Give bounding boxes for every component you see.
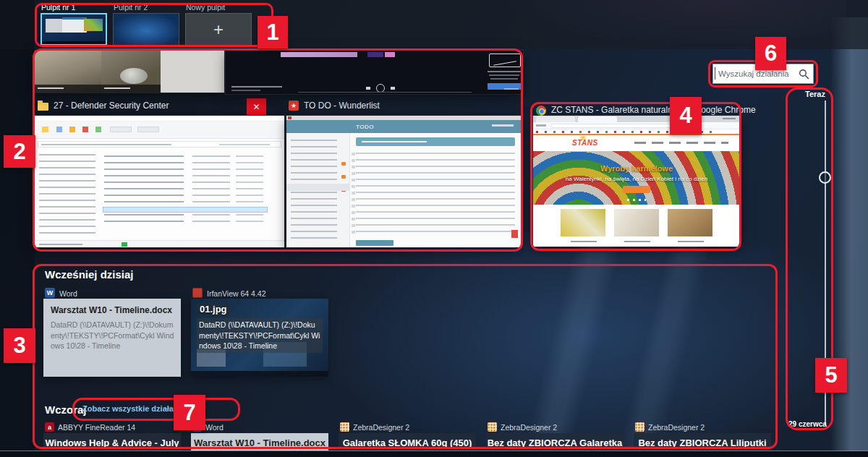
annotation-label-3: 3: [4, 328, 35, 363]
product-caption: [624, 241, 650, 242]
mini-nav-pane: [39, 152, 95, 239]
wunderlist-window-thumbnail[interactable]: TODO: [286, 116, 521, 247]
card-title: Galaretka SŁOMKA 60g (450): [339, 437, 476, 448]
activity-card[interactable]: Windows Help & Advice - July: [43, 433, 181, 450]
fake-text: [219, 144, 270, 145]
ribbon-chip: [56, 127, 62, 132]
mini-window-controls: [723, 118, 736, 119]
fake-text: [490, 78, 518, 80]
fake-text: [488, 71, 521, 72]
image-viewer-thumbnail[interactable]: [35, 51, 224, 93]
word-icon: W: [45, 288, 55, 298]
desktop-1-label: Pulpit nr 1: [41, 3, 75, 12]
fake-text: [489, 74, 519, 76]
mini-window: [62, 17, 87, 33]
wunderlist-list-title: TODO: [356, 124, 374, 130]
fake-text: [39, 244, 82, 245]
site-brand: STANS: [572, 139, 598, 147]
annotation-label-6: 6: [755, 37, 786, 70]
prev-icon: [366, 87, 370, 90]
media-app-thumbnail[interactable]: [226, 51, 523, 94]
timeline-slider-handle[interactable]: [819, 171, 831, 184]
explorer-window-title: 27 - Defender Security Center: [54, 101, 169, 111]
viewer-canvas: [161, 51, 224, 93]
site-header: STANS: [533, 135, 740, 151]
zebradesigner-icon: [635, 422, 644, 432]
hero-button: [623, 186, 650, 193]
desktop-2-thumbnail[interactable]: [113, 13, 179, 46]
mini-taskbar: [42, 41, 106, 44]
activity-card[interactable]: Galaretka SŁOMKA 60g (450): [339, 433, 476, 450]
mini-tabstrip: [533, 116, 740, 122]
fake-caption-text: [104, 87, 130, 89]
corner-icons: [504, 88, 519, 90]
card-title: Warsztat W10 - Timeline.docx: [51, 305, 175, 315]
left-edge-shade: [0, 0, 35, 457]
activity-card[interactable]: Warsztat W10 - Timeline.docx: [191, 433, 328, 450]
chrome-window-thumbnail[interactable]: STANS Wyroby karmelowe na Walentynki, na…: [533, 116, 740, 247]
carousel-dots: [627, 199, 646, 201]
panel-graphic-line: [493, 61, 516, 66]
rail-date-label: 29 czerwca: [788, 420, 823, 428]
purple-bar: [367, 52, 383, 57]
activity-card[interactable]: Bez daty ZBIORCZA Liliputki: [634, 433, 771, 450]
task-view-screen: Pulpit nr 1 Pulpit nr 2 Nowy pulpit + 27…: [0, 0, 868, 457]
search-icon[interactable]: [799, 69, 809, 80]
abbyy-icon: a: [45, 422, 54, 432]
product-caption: [678, 241, 704, 242]
app-label: ZebraDesigner 2: [501, 423, 557, 432]
app-label: ZebraDesigner 2: [648, 423, 705, 432]
close-window-button[interactable]: ✕: [247, 98, 266, 115]
annotation-label-5: 5: [815, 358, 847, 393]
mini-window: [84, 19, 103, 31]
card-title: Bez daty ZBIORCZA Liliputki: [634, 437, 771, 448]
mini-bookmarks-bar: [533, 129, 740, 135]
nav-arrows: [536, 124, 546, 127]
product-caption: [571, 241, 597, 242]
explorer-window-thumbnail[interactable]: [35, 116, 284, 247]
irfanview-app-label: IrfanView 64 4.42: [207, 289, 266, 298]
rail-now-label: Teraz: [799, 90, 831, 98]
ribbon-chip: [69, 127, 75, 132]
fake-text: [231, 86, 282, 87]
card-title: Windows Help & Advice - July: [43, 437, 181, 448]
products-strip: [533, 205, 740, 247]
activity-card-word[interactable]: Warsztat W10 - Timeline.docx DataRD (\\D…: [43, 299, 181, 377]
fake-caption-text: [38, 87, 64, 89]
card-title: Warsztat W10 - Timeline.docx: [191, 437, 328, 448]
ribbon-chip: [95, 127, 101, 132]
photo-caption-strip: [35, 85, 161, 93]
ribbon-chip: [137, 127, 159, 132]
folder-icon: [38, 103, 48, 111]
hero-title: Wyroby karmelowe: [533, 164, 740, 173]
activity-card[interactable]: Bez daty ZBIORCZA Galaretka: [486, 433, 624, 450]
product-photo-2: [614, 209, 659, 236]
activity-card-irfanview[interactable]: 01.jpg DataRD (\\DATAVAULT) (Z:)\!Dokume…: [191, 299, 328, 377]
wunderlist-main: [350, 133, 521, 247]
fake-checkboxes: [352, 150, 355, 237]
chrome-icon: [536, 106, 546, 116]
bottom-edge-strip: [0, 451, 868, 457]
wunderlist-sidebar: [286, 133, 350, 247]
desktop-1-thumbnail[interactable]: [41, 13, 107, 46]
word-app-label: Word: [59, 289, 77, 298]
add-task-row: [356, 137, 515, 146]
annotation-label-7: 7: [174, 395, 205, 430]
count-badge: [341, 175, 346, 179]
desktop-new-thumbnail[interactable]: +: [185, 13, 252, 46]
chrome-window-title: ZC STANS - Galaretka naturalnie... - Goo…: [551, 105, 756, 115]
desktop-3-label: Nowy pulpit: [186, 3, 225, 12]
progress-bar: [298, 92, 472, 93]
next-icon: [391, 87, 395, 90]
hero-subtitle: na Walentynki, na święta, na Dzień Kobie…: [533, 176, 740, 182]
wunderlist-window-title: TO DO - Wunderlist: [304, 101, 380, 111]
mini-address-bar: [38, 141, 281, 148]
card-title: 01.jpg: [197, 303, 230, 315]
annotation-label-2: 2: [4, 135, 35, 168]
mini-screenshot-taskbar: [191, 371, 328, 377]
count-badge: [341, 162, 346, 166]
app-label: ZebraDesigner 2: [353, 423, 409, 432]
text-caret: [715, 67, 715, 80]
annotation-label-1: 1: [258, 16, 288, 48]
selected-file-row: [103, 207, 268, 213]
